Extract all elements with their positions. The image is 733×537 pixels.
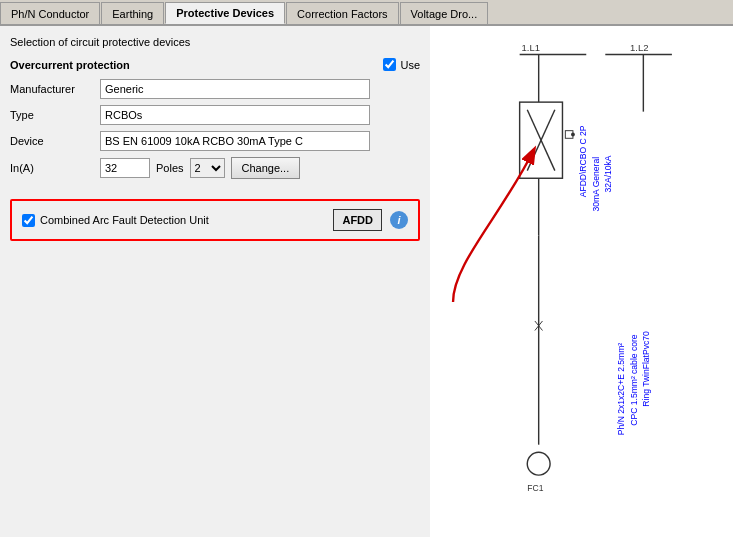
tab-correction-factors-label: Correction Factors: [297, 8, 387, 20]
svg-text:FC1: FC1: [527, 483, 543, 493]
manufacturer-label: Manufacturer: [10, 83, 100, 95]
type-row: Type: [10, 105, 420, 125]
tab-ph-n-label: Ph/N Conductor: [11, 8, 89, 20]
section-title: Selection of circuit protective devices: [10, 36, 420, 48]
type-input[interactable]: [100, 105, 370, 125]
in-input[interactable]: [100, 158, 150, 178]
left-panel: Selection of circuit protective devices …: [0, 26, 430, 537]
overcurrent-label: Overcurrent protection: [10, 59, 383, 71]
svg-text:Ring TwinFlatPvc70: Ring TwinFlatPvc70: [641, 331, 651, 407]
tab-voltage-drop-label: Voltage Dro...: [411, 8, 478, 20]
device-label: Device: [10, 135, 100, 147]
svg-text:1.L2: 1.L2: [630, 42, 648, 53]
use-checkbox[interactable]: [383, 58, 396, 71]
use-checkbox-group: Use: [383, 58, 420, 71]
device-input[interactable]: [100, 131, 370, 151]
main-content: Selection of circuit protective devices …: [0, 26, 733, 537]
circuit-container: 1.L1 1.L2 AFDD\RCBO C 2P: [430, 26, 733, 537]
poles-select[interactable]: 2 1 3 4: [190, 158, 225, 178]
tab-protective-devices[interactable]: Protective Devices: [165, 2, 285, 24]
svg-text:AFDD\RCBO C 2P: AFDD\RCBO C 2P: [578, 125, 588, 197]
change-button[interactable]: Change...: [231, 157, 301, 179]
afdd-checkbox-label: Combined Arc Fault Detection Unit: [22, 214, 325, 227]
tab-bar: Ph/N Conductor Earthing Protective Devic…: [0, 0, 733, 26]
svg-point-11: [571, 133, 575, 137]
svg-point-19: [527, 452, 550, 475]
poles-label: Poles: [156, 162, 184, 174]
overcurrent-row: Overcurrent protection Use: [10, 58, 420, 71]
afdd-box: Combined Arc Fault Detection Unit AFDD i: [10, 199, 420, 241]
manufacturer-row: Manufacturer: [10, 79, 420, 99]
manufacturer-input[interactable]: [100, 79, 370, 99]
right-panel: 1.L1 1.L2 AFDD\RCBO C 2P: [430, 26, 733, 537]
tab-earthing-label: Earthing: [112, 8, 153, 20]
tab-earthing[interactable]: Earthing: [101, 2, 164, 24]
type-label: Type: [10, 109, 100, 121]
circuit-diagram: 1.L1 1.L2 AFDD\RCBO C 2P: [430, 26, 733, 537]
afdd-checkbox[interactable]: [22, 214, 35, 227]
tab-voltage-drop[interactable]: Voltage Dro...: [400, 2, 489, 24]
svg-text:32A/10kA: 32A/10kA: [603, 155, 613, 192]
svg-rect-0: [444, 26, 720, 537]
svg-text:CPC  1.5mm² cable core: CPC 1.5mm² cable core: [629, 334, 639, 425]
svg-text:Ph/N 2x1x2C+E 2.5mm²: Ph/N 2x1x2C+E 2.5mm²: [616, 343, 626, 436]
device-row: Device: [10, 131, 420, 151]
afdd-label-text: Combined Arc Fault Detection Unit: [40, 214, 209, 226]
info-icon[interactable]: i: [390, 211, 408, 229]
in-fields: Poles 2 1 3 4 Change...: [100, 157, 300, 179]
svg-text:1.L1: 1.L1: [522, 42, 541, 53]
tab-ph-n[interactable]: Ph/N Conductor: [0, 2, 100, 24]
svg-text:30mA General: 30mA General: [591, 157, 601, 212]
tab-protective-devices-label: Protective Devices: [176, 7, 274, 19]
afdd-button[interactable]: AFDD: [333, 209, 382, 231]
tab-correction-factors[interactable]: Correction Factors: [286, 2, 398, 24]
in-row: In(A) Poles 2 1 3 4 Change...: [10, 157, 420, 179]
in-label: In(A): [10, 162, 100, 174]
use-label: Use: [400, 59, 420, 71]
